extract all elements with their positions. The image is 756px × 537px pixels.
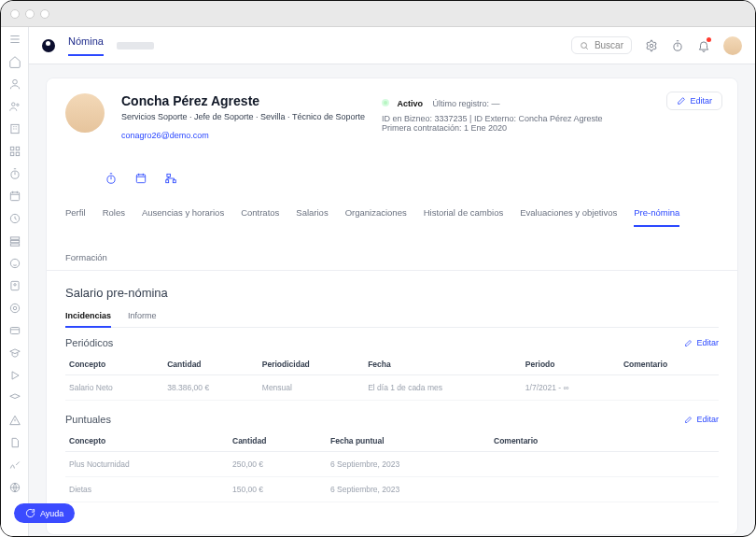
svg-rect-25 <box>136 175 145 183</box>
svg-rect-19 <box>10 328 19 334</box>
tab-salarios[interactable]: Salarios <box>296 198 328 226</box>
svg-point-18 <box>13 306 17 310</box>
svg-rect-9 <box>10 192 19 201</box>
user-icon[interactable] <box>8 78 21 91</box>
svg-rect-3 <box>10 124 18 133</box>
tab-historial[interactable]: Historial de cambios <box>424 198 504 226</box>
svg-point-14 <box>10 259 19 267</box>
tab-prenomina[interactable]: Pre-nómina <box>634 198 679 227</box>
svg-rect-12 <box>10 240 19 242</box>
current-user-avatar[interactable] <box>723 36 742 55</box>
profile-tabs: Perfil Roles Ausencias y horarios Contra… <box>47 198 737 271</box>
tab-formacion[interactable]: Formación <box>65 243 107 270</box>
edit-periodic-button[interactable]: Editar <box>684 338 719 347</box>
edit-profile-label: Editar <box>690 96 712 106</box>
gear-icon[interactable] <box>645 39 658 52</box>
last-login: Último registro: — <box>432 99 499 108</box>
app-logo[interactable] <box>42 39 55 52</box>
top-tab-placeholder <box>117 42 154 49</box>
svg-point-17 <box>10 304 19 312</box>
svg-rect-13 <box>10 244 19 246</box>
hire-line: Primera contratación: 1 Ene 2020 <box>382 123 719 133</box>
svg-rect-11 <box>10 237 19 239</box>
svg-point-1 <box>11 103 15 106</box>
play-icon[interactable] <box>8 369 21 382</box>
cap-icon[interactable] <box>8 346 21 360</box>
stopwatch-top-icon[interactable] <box>671 39 684 52</box>
traffic-min[interactable] <box>25 9 35 19</box>
profile-name: Concha Pérez Agreste <box>121 93 365 108</box>
target-icon[interactable] <box>8 302 21 315</box>
action-stopwatch-icon[interactable] <box>103 170 119 187</box>
svg-rect-27 <box>166 180 169 183</box>
svg-rect-28 <box>173 180 175 183</box>
topbar: Nómina Buscar <box>29 27 755 64</box>
users-icon[interactable] <box>8 100 21 113</box>
clock-icon[interactable] <box>8 212 21 225</box>
punctual-table: Concepto Cantidad Fecha puntual Comentar… <box>65 431 719 502</box>
help-button[interactable]: Ayuda <box>14 503 75 523</box>
svg-point-0 <box>12 79 17 84</box>
help-label: Ayuda <box>40 509 63 518</box>
svg-point-16 <box>13 284 15 286</box>
tab-evaluaciones[interactable]: Evaluaciones y objetivos <box>520 198 617 226</box>
edit-profile-button[interactable]: Editar <box>666 92 722 110</box>
top-tab-nomina[interactable]: Nómina <box>68 35 104 56</box>
tab-ausencias[interactable]: Ausencias y horarios <box>142 198 224 226</box>
profile-header: Concha Pérez Agreste Servicios Soporte ·… <box>47 78 737 157</box>
svg-rect-7 <box>16 152 20 156</box>
traffic-max[interactable] <box>40 9 49 19</box>
badge-icon[interactable] <box>8 279 21 292</box>
profile-subtitle: Servicios Soporte · Jefe de Soporte · Se… <box>121 112 365 121</box>
sign-icon[interactable] <box>8 459 21 472</box>
id-line: ID en Bizneo: 3337235 | ID Externo: Conc… <box>382 114 719 123</box>
status-text: Activo <box>397 99 423 108</box>
table-row: Salario Neto 38.386,00 € Mensual El día … <box>65 375 719 401</box>
card-icon[interactable] <box>8 324 21 337</box>
window-titlebar <box>1 1 755 27</box>
svg-rect-4 <box>10 147 14 150</box>
cap2-icon[interactable] <box>8 391 21 404</box>
periodic-title: Periódicos <box>65 337 113 348</box>
rows-icon[interactable] <box>8 234 21 247</box>
doc-icon[interactable] <box>8 436 21 449</box>
svg-point-2 <box>16 104 18 106</box>
svg-point-21 <box>581 42 587 48</box>
search-input[interactable]: Buscar <box>571 36 632 54</box>
profile-avatar <box>65 93 105 133</box>
profile-email[interactable]: conagro26@demo.com <box>121 131 209 140</box>
panel-title: Salario pre-nómina <box>65 286 719 300</box>
tab-contratos[interactable]: Contratos <box>241 198 279 226</box>
tab-roles[interactable]: Roles <box>103 198 125 226</box>
sidebar-rail <box>1 27 29 536</box>
smile-icon[interactable] <box>8 257 21 270</box>
panel-subtabs: Incidencias Informe <box>65 311 719 328</box>
edit-punctual-button[interactable]: Editar <box>684 415 719 424</box>
subtab-incidencias[interactable]: Incidencias <box>65 311 111 328</box>
action-org-icon[interactable] <box>162 170 179 187</box>
calendar-icon[interactable] <box>8 190 21 203</box>
table-row: Dietas 150,00 € 6 Septiembre, 2023 <box>65 477 719 502</box>
status-indicator <box>382 99 389 106</box>
svg-rect-26 <box>167 174 171 177</box>
table-row: Plus Nocturnidad 250,00 € 6 Septiembre, … <box>65 452 719 477</box>
tab-organizaciones[interactable]: Organizaciones <box>345 198 407 226</box>
stopwatch-icon[interactable] <box>8 167 21 180</box>
svg-rect-5 <box>16 147 20 150</box>
svg-rect-6 <box>10 152 14 156</box>
home-icon[interactable] <box>8 55 21 68</box>
building-icon[interactable] <box>8 122 21 135</box>
globe-icon[interactable] <box>8 481 21 494</box>
subtab-informe[interactable]: Informe <box>128 311 157 327</box>
menu-icon[interactable] <box>8 33 21 46</box>
periodic-table: Concepto Cantidad Periodicidad Fecha Per… <box>65 354 719 401</box>
action-calendar-icon[interactable] <box>133 170 149 187</box>
svg-point-22 <box>650 44 653 48</box>
punctual-title: Puntuales <box>65 414 111 425</box>
warn-icon[interactable] <box>8 414 21 427</box>
grid-icon[interactable] <box>8 145 21 158</box>
tab-perfil[interactable]: Perfil <box>65 198 86 226</box>
traffic-close[interactable] <box>10 9 20 19</box>
bell-icon[interactable] <box>697 39 710 52</box>
notification-dot <box>707 37 711 42</box>
